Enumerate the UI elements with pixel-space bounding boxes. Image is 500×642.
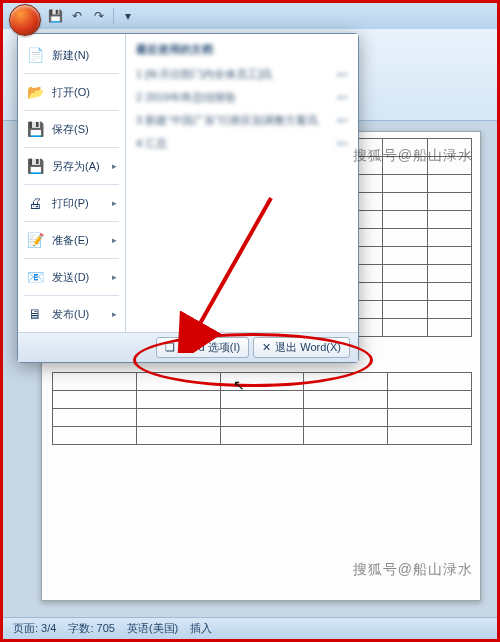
office-menu-footer: ❏ Word 选项(I) ✕ 退出 Word(X): [18, 332, 358, 362]
button-label: 退出 Word(X): [275, 340, 341, 355]
recent-docs-header: 最近使用的文档: [136, 42, 348, 57]
recent-doc-item[interactable]: 4 汇总⊷: [136, 132, 348, 155]
chevron-right-icon: ▸: [112, 235, 117, 245]
options-icon: ❏: [165, 341, 175, 354]
menu-send[interactable]: 📧 发送(D) ▸: [18, 262, 125, 292]
status-page: 页面: 3/4: [13, 621, 56, 636]
menu-publish[interactable]: 🖥 发布(U) ▸: [18, 299, 125, 329]
exit-icon: ✕: [262, 341, 271, 354]
menu-new[interactable]: 📄 新建(N): [18, 40, 125, 70]
menu-label: 另存为(A): [52, 159, 100, 174]
save-icon: 💾: [26, 120, 44, 138]
word-options-button[interactable]: ❏ Word 选项(I): [156, 337, 250, 358]
button-label: Word 选项(I): [179, 340, 241, 355]
pin-icon[interactable]: ⊷: [337, 91, 348, 104]
save-as-icon: 💾: [26, 157, 44, 175]
content-table-lower[interactable]: [52, 372, 472, 445]
qat-redo-icon[interactable]: ↷: [91, 8, 107, 24]
menu-label: 新建(N): [52, 48, 89, 63]
menu-label: 发布(U): [52, 307, 89, 322]
menu-print[interactable]: 🖨 打印(P) ▸: [18, 188, 125, 218]
status-bar: 页面: 3/4 字数: 705 英语(美国) 插入: [3, 617, 497, 639]
recent-doc-item[interactable]: 1 [年月日部门内全体员工]讯⊷: [136, 63, 348, 86]
menu-label: 打印(P): [52, 196, 89, 211]
publish-icon: 🖥: [26, 305, 44, 323]
qat-save-icon[interactable]: 💾: [47, 8, 63, 24]
pin-icon[interactable]: ⊷: [337, 114, 348, 127]
screenshot-frame: 💾 ↶ ↷ ▾: [0, 0, 500, 642]
office-menu: 📄 新建(N) 📂 打开(O) 💾 保存(S) 💾 另存为(A) ▸: [17, 33, 359, 363]
qat-separator: [113, 8, 114, 24]
recent-doc-item[interactable]: 3 新建“中国广东”行政区划调整方案讯⊷: [136, 109, 348, 132]
qat-customize-icon[interactable]: ▾: [120, 8, 136, 24]
status-insert-mode[interactable]: 插入: [190, 621, 212, 636]
office-menu-left: 📄 新建(N) 📂 打开(O) 💾 保存(S) 💾 另存为(A) ▸: [18, 34, 126, 332]
exit-word-button[interactable]: ✕ 退出 Word(X): [253, 337, 350, 358]
menu-label: 打开(O): [52, 85, 90, 100]
new-icon: 📄: [26, 46, 44, 64]
chevron-right-icon: ▸: [112, 309, 117, 319]
print-icon: 🖨: [26, 194, 44, 212]
open-icon: 📂: [26, 83, 44, 101]
pin-icon[interactable]: ⊷: [337, 137, 348, 150]
menu-open[interactable]: 📂 打开(O): [18, 77, 125, 107]
qat-undo-icon[interactable]: ↶: [69, 8, 85, 24]
menu-save-as[interactable]: 💾 另存为(A) ▸: [18, 151, 125, 181]
chevron-right-icon: ▸: [112, 198, 117, 208]
send-icon: 📧: [26, 268, 44, 286]
chevron-right-icon: ▸: [112, 272, 117, 282]
title-bar: 💾 ↶ ↷ ▾: [3, 3, 497, 29]
chevron-right-icon: ▸: [112, 161, 117, 171]
status-word-count: 字数: 705: [68, 621, 114, 636]
menu-label: 准备(E): [52, 233, 89, 248]
menu-label: 发送(D): [52, 270, 89, 285]
office-menu-recent: 最近使用的文档 1 [年月日部门内全体员工]讯⊷ 2 2019年终总结报告⊷ 3…: [126, 34, 358, 332]
menu-label: 保存(S): [52, 122, 89, 137]
recent-doc-item[interactable]: 2 2019年终总结报告⊷: [136, 86, 348, 109]
menu-save[interactable]: 💾 保存(S): [18, 114, 125, 144]
pin-icon[interactable]: ⊷: [337, 68, 348, 81]
prepare-icon: 📝: [26, 231, 44, 249]
office-button[interactable]: [9, 4, 41, 36]
status-language[interactable]: 英语(美国): [127, 621, 178, 636]
menu-prepare[interactable]: 📝 准备(E) ▸: [18, 225, 125, 255]
